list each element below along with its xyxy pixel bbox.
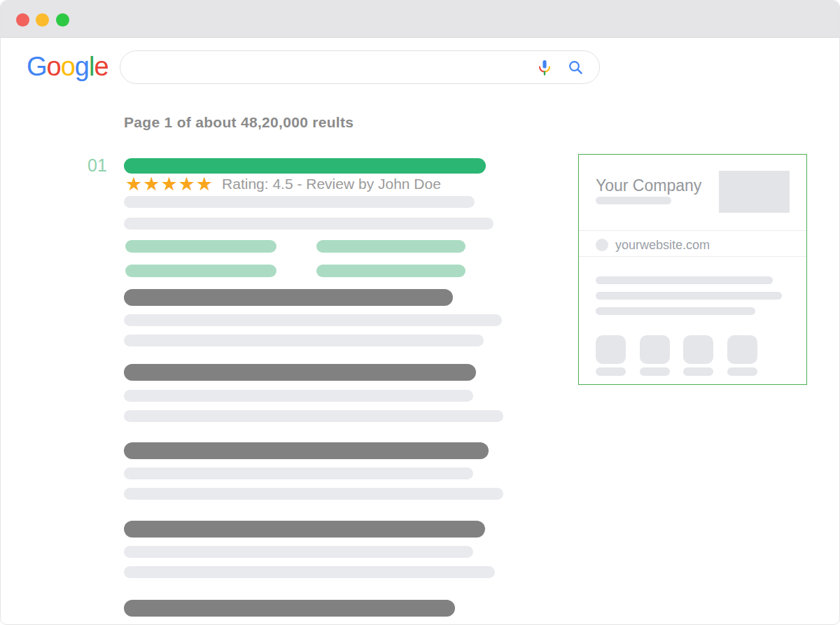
panel-caption-placeholder [683,367,713,376]
panel-divider [579,230,806,231]
knowledge-panel: Your Company yourwebsite.com [578,154,807,385]
sitelink-placeholder[interactable] [125,265,276,277]
panel-text-placeholder [596,307,755,315]
panel-caption-placeholder [727,367,757,376]
result3-text-placeholder [124,410,503,422]
sitelink-placeholder[interactable] [316,265,465,277]
result1-text-placeholder [124,196,475,208]
panel-subtitle-placeholder [596,197,671,204]
browser-window: Google Page 1 of about 48,20,000 reults … [0,0,840,625]
panel-thumbnail-placeholder [727,335,757,364]
result4-text-placeholder [124,488,503,500]
result4-text-placeholder [124,468,473,479]
panel-text-placeholder [596,276,773,284]
panel-caption-placeholder [640,367,670,376]
result-rank-label: 01 [88,155,107,176]
sitelink-placeholder[interactable] [125,240,276,253]
result6-title-placeholder[interactable] [124,600,455,617]
result3-title-placeholder[interactable] [124,364,476,381]
result5-title-placeholder[interactable] [124,521,485,538]
result3-text-placeholder [124,390,473,402]
search-bar[interactable] [120,50,600,84]
website-url[interactable]: yourwebsite.com [615,238,710,253]
result2-title-placeholder[interactable] [124,289,453,306]
sitelink-placeholder[interactable] [316,240,465,253]
microphone-icon[interactable] [536,59,553,76]
panel-caption-placeholder [596,367,626,376]
favicon-placeholder-icon [596,239,608,251]
search-input[interactable] [137,60,522,75]
result1-text-placeholder [124,218,493,230]
result1-rating-row: ★★★★★ Rating: 4.5 - Review by John Doe [125,174,441,194]
window-titlebar [1,1,839,38]
google-logo: Google [27,52,108,82]
panel-website-row[interactable]: yourwebsite.com [596,238,710,252]
panel-text-placeholder [596,292,782,300]
results-count-text: Page 1 of about 48,20,000 reults [124,114,354,131]
knowledge-panel-title: Your Company [596,176,701,195]
panel-image-placeholder [719,171,790,213]
rating-text: Rating: 4.5 - Review by John Doe [222,176,441,192]
result5-text-placeholder [124,566,495,578]
result2-text-placeholder [124,314,502,326]
result2-text-placeholder [124,335,484,346]
panel-divider [579,256,806,257]
panel-thumbnail-placeholder [596,335,626,364]
window-zoom-button[interactable] [56,13,69,27]
window-close-button[interactable] [16,13,29,27]
star-rating-icons: ★★★★★ [125,175,214,194]
result1-title-placeholder[interactable] [124,158,486,174]
search-icon[interactable] [567,59,584,76]
panel-thumbnail-placeholder [683,335,713,364]
result5-text-placeholder [124,546,473,558]
result4-title-placeholder[interactable] [124,442,489,459]
panel-thumbnail-placeholder [640,335,670,364]
window-minimize-button[interactable] [36,13,49,27]
